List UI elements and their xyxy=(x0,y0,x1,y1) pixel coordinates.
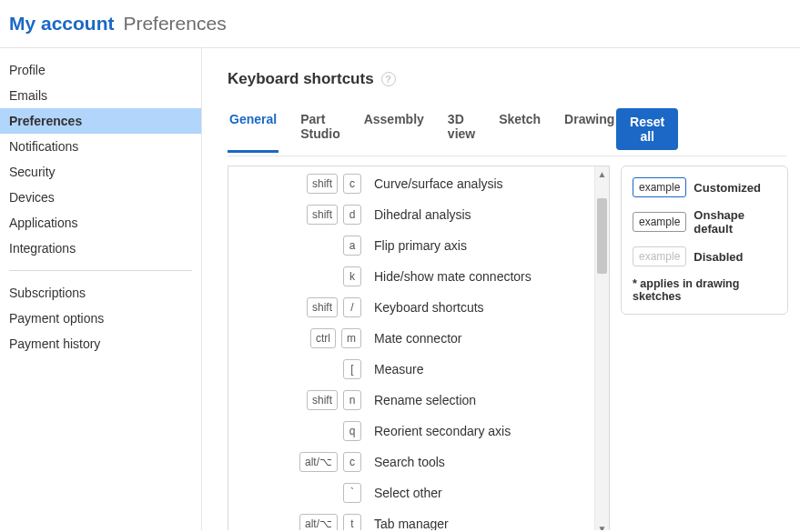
key-badge: alt/⌥ xyxy=(299,514,338,530)
shortcut-row[interactable]: alt/⌥tTab manager xyxy=(228,508,609,530)
sidebar-item-profile[interactable]: Profile xyxy=(0,57,201,83)
tab-partstudio[interactable]: Part Studio xyxy=(299,112,342,152)
shortcut-keys: alt/⌥c xyxy=(228,452,374,472)
sidebar-item-subscriptions[interactable]: Subscriptions xyxy=(0,280,201,306)
sidebar-item-applications[interactable]: Applications xyxy=(0,210,201,236)
key-badge: shift xyxy=(307,205,338,225)
scrollbar[interactable]: ▲ ▼ xyxy=(594,166,609,530)
shortcut-description: Search tools xyxy=(374,455,609,469)
sidebar-item-preferences[interactable]: Preferences xyxy=(0,108,201,134)
shortcut-description: Select other xyxy=(374,486,609,500)
key-badge: shift xyxy=(307,297,338,317)
legend-row-customized: exampleCustomized xyxy=(633,177,776,197)
key-badge: n xyxy=(343,390,361,410)
sidebar-item-integrations[interactable]: Integrations xyxy=(0,236,201,261)
key-badge: q xyxy=(343,421,361,441)
key-badge: / xyxy=(343,297,361,317)
legend-label: Customized xyxy=(694,181,761,195)
sidebar-item-notifications[interactable]: Notifications xyxy=(0,134,201,159)
sidebar-item-payment-history[interactable]: Payment history xyxy=(0,331,201,356)
sidebar-item-payment-options[interactable]: Payment options xyxy=(0,306,201,331)
shortcut-description: Reorient secondary axis xyxy=(374,424,609,438)
sidebar-separator xyxy=(9,270,192,271)
tab-sketch[interactable]: Sketch xyxy=(497,112,542,152)
sidebar-item-security[interactable]: Security xyxy=(0,159,201,185)
key-badge: ctrl xyxy=(310,328,336,348)
shortcut-keys: ctrlm xyxy=(228,328,374,348)
key-badge: alt/⌥ xyxy=(299,452,338,472)
shortcut-description: Keyboard shortcuts xyxy=(374,300,609,315)
shortcut-row[interactable]: kHide/show mate connectors xyxy=(228,261,609,292)
shortcut-keys: a xyxy=(228,236,374,256)
page-subtitle: Preferences xyxy=(123,13,226,34)
shortcut-row[interactable]: ctrlmMate connector xyxy=(228,323,609,354)
shortcut-description: Hide/show mate connectors xyxy=(374,269,609,284)
shortcut-row[interactable]: shiftdDihedral analysis xyxy=(228,199,609,230)
sidebar-item-emails[interactable]: Emails xyxy=(0,83,201,108)
tab-drawing[interactable]: Drawing xyxy=(562,112,616,152)
legend-row-disabled: exampleDisabled xyxy=(633,246,776,266)
scroll-thumb[interactable] xyxy=(597,198,607,274)
shortcut-row[interactable]: qReorient secondary axis xyxy=(228,416,609,447)
reset-all-button[interactable]: Reset all xyxy=(616,108,678,150)
tabs: GeneralPart StudioAssembly3D viewSketchD… xyxy=(228,112,616,152)
shortcut-row[interactable]: shift/Keyboard shortcuts xyxy=(228,292,609,323)
legend-badge: example xyxy=(633,177,686,197)
shortcut-row[interactable]: aFlip primary axis xyxy=(228,230,609,261)
shortcut-row[interactable]: alt/⌥cSearch tools xyxy=(228,447,609,477)
shortcut-keys: q xyxy=(228,421,374,441)
page-title: My account xyxy=(9,13,115,34)
legend-label: Disabled xyxy=(694,250,743,264)
shortcut-description: Measure xyxy=(374,362,609,376)
key-badge: ` xyxy=(343,483,361,503)
shortcut-keys: shiftc xyxy=(228,174,374,194)
scroll-down-arrow[interactable]: ▼ xyxy=(595,521,609,530)
key-badge: shift xyxy=(307,174,338,194)
key-badge: shift xyxy=(307,390,338,410)
sidebar-item-devices[interactable]: Devices xyxy=(0,185,201,210)
shortcut-keys: shiftn xyxy=(228,390,374,410)
shortcut-keys: [ xyxy=(228,359,374,379)
shortcut-description: Flip primary axis xyxy=(374,238,609,253)
key-badge: k xyxy=(343,266,361,286)
shortcut-description: Curve/surface analysis xyxy=(374,176,609,191)
shortcut-description: Tab manager xyxy=(374,517,609,530)
help-icon[interactable]: ? xyxy=(381,72,396,86)
section-title-text: Keyboard shortcuts xyxy=(228,70,374,88)
shortcut-list: shiftcCurve/surface analysisshiftdDihedr… xyxy=(228,166,609,530)
main-content: Keyboard shortcuts ? GeneralPart StudioA… xyxy=(202,48,800,530)
shortcut-keys: alt/⌥t xyxy=(228,514,374,530)
shortcut-description: Rename selection xyxy=(374,393,609,407)
key-badge: [ xyxy=(343,359,361,379)
tab-assembly[interactable]: Assembly xyxy=(362,112,426,152)
key-badge: d xyxy=(343,205,361,225)
shortcut-keys: k xyxy=(228,266,374,286)
key-badge: c xyxy=(343,174,361,194)
legend-badge: example xyxy=(633,246,686,266)
shortcut-keys: shiftd xyxy=(228,205,374,225)
scroll-up-arrow[interactable]: ▲ xyxy=(595,166,609,181)
shortcut-row[interactable]: [Measure xyxy=(228,354,609,385)
key-badge: t xyxy=(343,514,361,530)
legend-badge: example xyxy=(633,212,686,232)
key-badge: a xyxy=(343,236,361,256)
page-header: My account Preferences xyxy=(0,0,800,48)
shortcut-row[interactable]: shiftcCurve/surface analysis xyxy=(228,168,609,199)
key-badge: m xyxy=(341,328,361,348)
legend-row-default: exampleOnshape default xyxy=(633,208,776,236)
tab-row: GeneralPart StudioAssembly3D viewSketchD… xyxy=(228,108,787,156)
shortcut-keys: shift/ xyxy=(228,297,374,317)
legend-label: Onshape default xyxy=(694,208,776,236)
key-badge: c xyxy=(343,452,361,472)
shortcut-description: Mate connector xyxy=(374,331,609,346)
legend-note: * applies in drawing sketches xyxy=(633,277,776,303)
shortcut-row[interactable]: `Select other xyxy=(228,477,609,508)
shortcut-pane: shiftcCurve/surface analysisshiftdDihedr… xyxy=(228,166,610,530)
section-title: Keyboard shortcuts ? xyxy=(228,70,787,88)
sidebar-nav: ProfileEmailsPreferencesNotificationsSec… xyxy=(0,48,202,530)
shortcut-keys: ` xyxy=(228,483,374,503)
shortcut-description: Dihedral analysis xyxy=(374,207,609,222)
tab-general[interactable]: General xyxy=(228,112,278,153)
tab-3dview[interactable]: 3D view xyxy=(446,112,477,152)
shortcut-row[interactable]: shiftnRename selection xyxy=(228,385,609,416)
